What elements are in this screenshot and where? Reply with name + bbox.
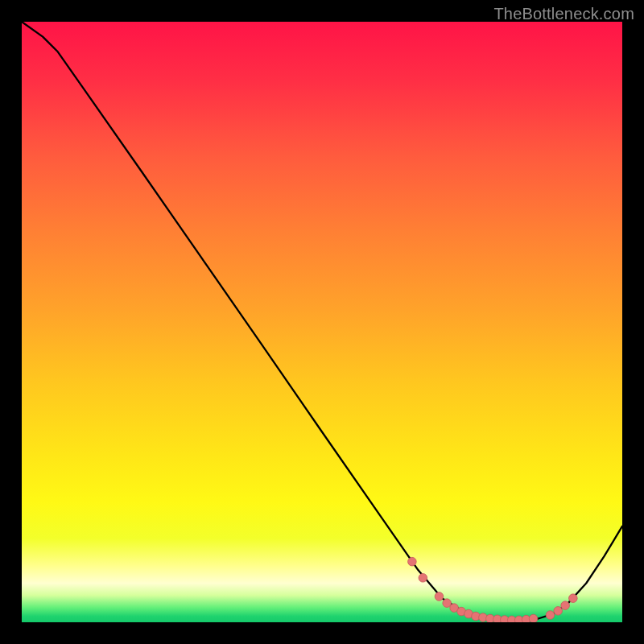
- data-marker: [443, 599, 452, 608]
- bottleneck-chart: [22, 22, 622, 622]
- data-marker: [569, 594, 578, 603]
- chart-frame: TheBottleneck.com: [0, 0, 644, 644]
- data-marker: [419, 574, 427, 583]
- svg-rect-0: [22, 22, 622, 622]
- data-marker: [435, 592, 444, 601]
- data-marker: [554, 607, 563, 616]
- data-marker: [529, 614, 538, 622]
- attribution-text: TheBottleneck.com: [493, 5, 634, 23]
- data-marker: [561, 601, 570, 610]
- data-marker: [408, 557, 417, 566]
- data-marker: [546, 611, 555, 620]
